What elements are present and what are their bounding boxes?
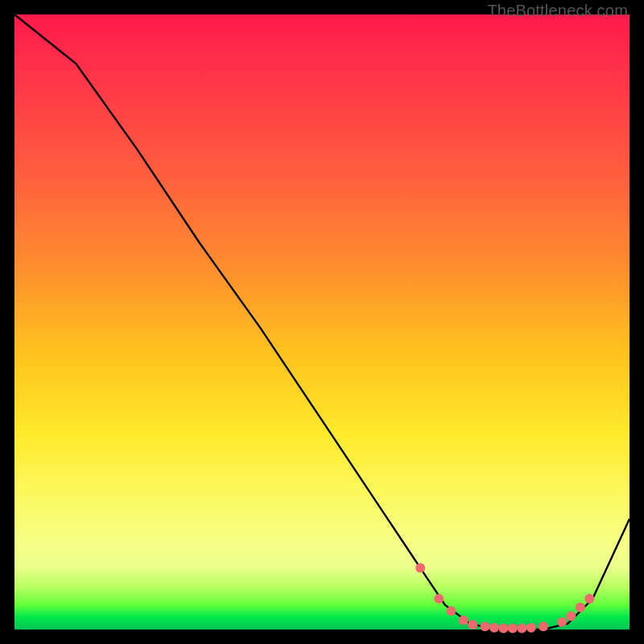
marker-dot <box>468 620 477 630</box>
marker-dot <box>415 564 425 573</box>
marker-dot <box>489 623 499 633</box>
marker-dot <box>526 623 536 633</box>
marker-dot <box>434 594 444 604</box>
chart-frame: TheBottleneck.com <box>0 0 644 644</box>
marker-dot <box>517 624 526 634</box>
marker-dot <box>446 606 456 616</box>
marker-dot <box>481 621 490 631</box>
marker-dot <box>498 624 508 634</box>
bottleneck-curve-line <box>14 14 630 630</box>
chart-plot-area <box>14 14 630 630</box>
marker-dot <box>508 624 518 634</box>
marker-dot <box>566 611 576 621</box>
marker-dot <box>539 621 548 631</box>
marker-dot <box>459 616 469 625</box>
marker-dot <box>584 594 594 604</box>
marker-dot <box>576 603 585 613</box>
chart-svg <box>14 14 630 630</box>
watermark-text: TheBottleneck.com <box>487 2 628 20</box>
marker-dot <box>557 617 567 627</box>
